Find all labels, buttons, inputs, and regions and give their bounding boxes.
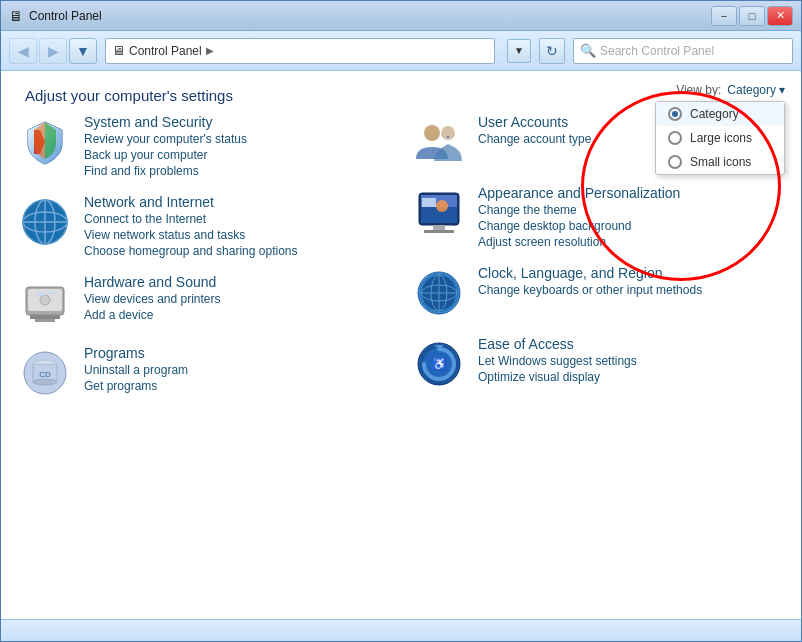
view-by-dropdown-icon: ▾ <box>779 83 785 97</box>
category-hardware: Hardware and Sound View devices and prin… <box>17 274 391 329</box>
cat-title-security[interactable]: System and Security <box>84 114 247 130</box>
cat-link-network-2[interactable]: View network status and tasks <box>84 228 297 242</box>
dropdown-item-category[interactable]: Category <box>656 102 784 126</box>
view-by-dropdown-button[interactable]: Category ▾ <box>727 83 785 97</box>
cat-content-network: Network and Internet Connect to the Inte… <box>84 194 297 258</box>
cat-content-hardware: Hardware and Sound View devices and prin… <box>84 274 221 322</box>
cat-content-programs: Programs Uninstall a program Get program… <box>84 345 188 393</box>
address-path: Control Panel <box>129 44 202 58</box>
view-by-dropdown-menu: Category Large icons Small icons <box>655 101 785 175</box>
window-title: Control Panel <box>29 9 102 23</box>
address-icon: 🖥 <box>112 43 125 58</box>
cat-title-programs[interactable]: Programs <box>84 345 188 361</box>
cat-title-clock[interactable]: Clock, Language, and Region <box>478 265 702 281</box>
cat-content-clock: Clock, Language, and Region Change keybo… <box>478 265 702 297</box>
cat-link-ease-1[interactable]: Let Windows suggest settings <box>478 354 637 368</box>
content-body: System and Security Review your computer… <box>1 114 801 619</box>
view-by-selected: Category <box>727 83 776 97</box>
cat-title-user-accounts[interactable]: User Accounts <box>478 114 591 130</box>
dropdown-label-category: Category <box>690 107 739 121</box>
cat-title-appearance[interactable]: Appearance and Personalization <box>478 185 680 201</box>
svg-text:♿: ♿ <box>431 356 446 371</box>
cat-link-network-1[interactable]: Connect to the Internet <box>84 212 297 226</box>
svg-rect-24 <box>433 225 445 230</box>
cat-link-hardware-1[interactable]: View devices and printers <box>84 292 221 306</box>
cat-content-appearance: Appearance and Personalization Change th… <box>478 185 680 249</box>
icon-system-security <box>17 114 72 169</box>
cat-title-network[interactable]: Network and Internet <box>84 194 297 210</box>
icon-user-accounts <box>411 114 466 169</box>
cat-link-user-accounts-1[interactable]: Change account type <box>478 132 591 146</box>
category-clock: Clock, Language, and Region Change keybo… <box>411 265 785 320</box>
close-button[interactable]: ✕ <box>767 6 793 26</box>
cat-link-programs-2[interactable]: Get programs <box>84 379 188 393</box>
svg-point-16 <box>33 379 57 385</box>
title-bar-buttons: − □ ✕ <box>711 6 793 26</box>
cat-link-security-2[interactable]: Back up your computer <box>84 148 247 162</box>
search-bar[interactable]: 🔍 Search Control Panel <box>573 38 793 64</box>
cat-content-user-accounts: User Accounts Change account type <box>478 114 591 146</box>
recent-locations-button[interactable]: ▼ <box>69 38 97 64</box>
maximize-button[interactable]: □ <box>739 6 765 26</box>
svg-point-27 <box>436 200 448 212</box>
address-dropdown-button[interactable]: ▼ <box>507 39 531 63</box>
cat-link-security-1[interactable]: Review your computer's status <box>84 132 247 146</box>
svg-point-18 <box>424 125 440 141</box>
radio-small-icons <box>668 155 682 169</box>
svg-rect-9 <box>35 319 55 322</box>
left-column: System and Security Review your computer… <box>17 114 391 619</box>
search-placeholder-text: Search Control Panel <box>600 44 714 58</box>
title-bar: 🖥 Control Panel − □ ✕ <box>1 1 801 31</box>
cat-link-hardware-2[interactable]: Add a device <box>84 308 221 322</box>
cat-content-ease-access: Ease of Access Let Windows suggest setti… <box>478 336 637 384</box>
window-icon: 🖥 <box>9 8 23 24</box>
svg-point-20 <box>447 136 449 138</box>
radio-category <box>668 107 682 121</box>
status-bar <box>1 619 801 641</box>
view-by-container: View by: Category ▾ Category Large icons <box>655 83 785 175</box>
icon-appearance <box>411 185 466 240</box>
cat-link-appearance-3[interactable]: Adjust screen resolution <box>478 235 680 249</box>
cat-link-clock-1[interactable]: Change keyboards or other input methods <box>478 283 702 297</box>
content-area: Adjust your computer's settings View by:… <box>1 71 801 619</box>
icon-clock <box>411 265 466 320</box>
nav-buttons: ◀ ▶ ▼ <box>9 38 97 64</box>
radio-large-icons <box>668 131 682 145</box>
icon-programs: CD <box>17 345 72 400</box>
cat-link-security-3[interactable]: Find and fix problems <box>84 164 247 178</box>
cat-title-hardware[interactable]: Hardware and Sound <box>84 274 221 290</box>
view-by-label: View by: <box>676 83 721 97</box>
svg-rect-11 <box>38 292 44 296</box>
cat-link-network-3[interactable]: Choose homegroup and sharing options <box>84 244 297 258</box>
svg-rect-12 <box>46 292 56 294</box>
search-icon: 🔍 <box>580 43 596 58</box>
main-window: 🖥 Control Panel − □ ✕ ◀ ▶ ▼ 🖥 Control Pa… <box>0 0 802 642</box>
svg-rect-8 <box>30 315 60 319</box>
icon-hardware <box>17 274 72 329</box>
cat-link-appearance-1[interactable]: Change the theme <box>478 203 680 217</box>
forward-button[interactable]: ▶ <box>39 38 67 64</box>
cat-link-programs-1[interactable]: Uninstall a program <box>84 363 188 377</box>
dropdown-label-large-icons: Large icons <box>690 131 752 145</box>
title-bar-left: 🖥 Control Panel <box>9 8 102 24</box>
cat-title-ease-access[interactable]: Ease of Access <box>478 336 637 352</box>
cat-link-ease-2[interactable]: Optimize visual display <box>478 370 637 384</box>
cat-link-appearance-2[interactable]: Change desktop background <box>478 219 680 233</box>
minimize-button[interactable]: − <box>711 6 737 26</box>
category-appearance: Appearance and Personalization Change th… <box>411 185 785 249</box>
svg-text:CD: CD <box>39 370 51 379</box>
svg-rect-26 <box>422 198 436 207</box>
icon-network <box>17 194 72 249</box>
cat-content-security: System and Security Review your computer… <box>84 114 247 178</box>
icon-ease-access: ♿ <box>411 336 466 391</box>
svg-point-10 <box>40 295 50 305</box>
category-network: Network and Internet Connect to the Inte… <box>17 194 391 258</box>
dropdown-item-small-icons[interactable]: Small icons <box>656 150 784 174</box>
category-ease-access: ♿ Ease of Access Let Windows suggest set… <box>411 336 785 391</box>
refresh-button[interactable]: ↻ <box>539 38 565 64</box>
toolbar: ◀ ▶ ▼ 🖥 Control Panel ▶ ▼ ↻ 🔍 Search Con… <box>1 31 801 71</box>
back-button[interactable]: ◀ <box>9 38 37 64</box>
dropdown-label-small-icons: Small icons <box>690 155 751 169</box>
category-programs: CD Programs Uninstall a program Get prog… <box>17 345 391 400</box>
dropdown-item-large-icons[interactable]: Large icons <box>656 126 784 150</box>
